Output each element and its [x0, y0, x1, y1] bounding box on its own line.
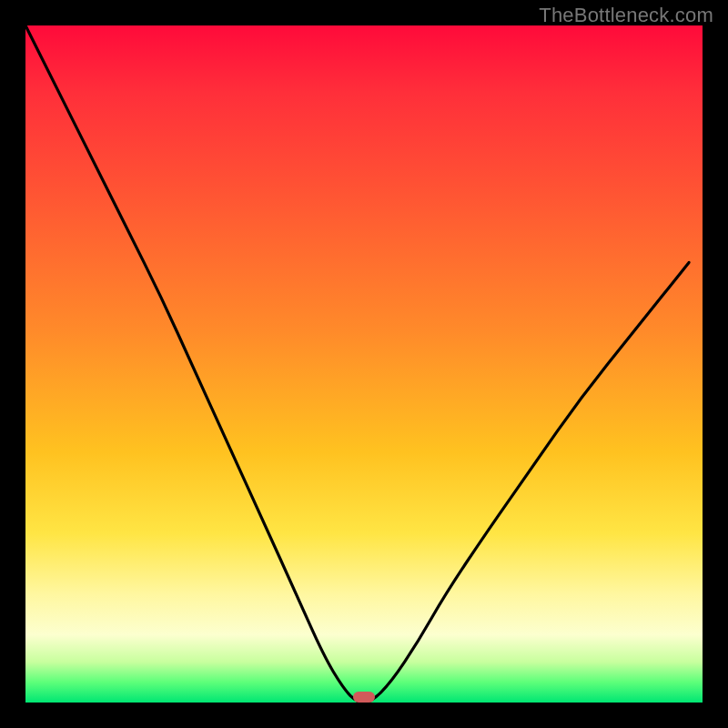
bottleneck-curve: [25, 25, 703, 703]
optimum-marker: [353, 692, 375, 703]
plot-area: [25, 25, 703, 703]
watermark-text: TheBottleneck.com: [539, 4, 713, 27]
chart-frame: TheBottleneck.com: [0, 0, 728, 728]
